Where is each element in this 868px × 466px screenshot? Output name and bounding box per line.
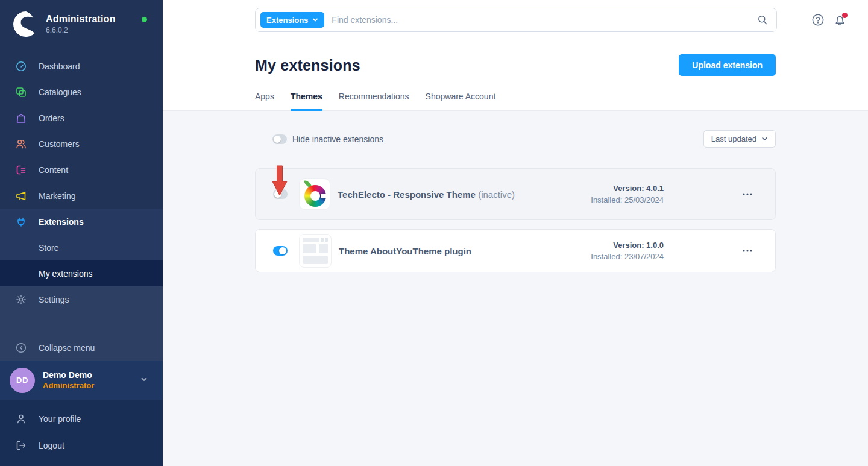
extension-status-text: (inactive) [478,189,515,200]
extension-name-text: Theme AboutYouTheme plugin [339,246,471,256]
extension-activate-toggle[interactable] [273,189,288,199]
context-menu-button[interactable] [739,189,756,199]
sidebar-item-content[interactable]: Content [0,157,163,183]
page-title: My extensions [255,57,360,74]
sidebar-spacer [0,312,163,335]
logo-notch [321,194,328,198]
notification-bell-icon[interactable] [834,14,846,27]
tab-apps[interactable]: Apps [255,92,274,111]
hide-inactive-label: Hide inactive extensions [292,134,383,144]
sidebar: Administration 6.6.0.2 Dashboard Catalog… [0,0,163,466]
help-icon[interactable] [811,13,825,27]
global-search[interactable]: Extensions [255,8,777,32]
sidebar-item-marketing[interactable]: Marketing [0,183,163,209]
sidebar-extensions-group: Extensions Store My extensions [0,209,163,286]
your-profile-button[interactable]: Your profile [0,406,163,432]
page-header: My extensions Upload extension [163,40,868,78]
user-menu[interactable]: DD Demo Demo Administrator [0,361,163,400]
logout-button[interactable]: Logout [0,432,163,459]
placeholder-square [321,238,324,242]
extension-card-aboutyoutheme: Theme AboutYouTheme plugin Version: 1.0.… [255,229,776,272]
sidebar-item-orders[interactable]: Orders [0,105,163,131]
extensions-plug-icon [15,216,27,228]
placeholder-body [303,244,328,253]
extensions-panel: Hide inactive extensions Last updated Te… [163,111,868,466]
ellipsis-icon [743,193,752,195]
techelecto-logo-icon [299,178,330,210]
placeholder-square [325,238,328,242]
sort-dropdown[interactable]: Last updated [703,130,776,148]
gear-icon [15,294,27,306]
context-menu-button[interactable] [739,246,756,256]
extension-card-techelecto: TechElecto - Responsive Theme (inactive)… [255,168,776,220]
extension-installed-date: Installed: 25/03/2024 [591,194,664,206]
sidebar-header: Administration 6.6.0.2 [0,0,163,43]
tab-recommendations[interactable]: Recommendations [339,92,409,111]
sidebar-item-label: Marketing [39,191,75,201]
sidebar-item-label: Customers [39,139,80,149]
sidebar-item-dashboard[interactable]: Dashboard [0,53,163,79]
toggle-knob [279,247,286,254]
sidebar-item-my-extensions[interactable]: My extensions [0,260,163,286]
toggle-knob [274,136,281,143]
sidebar-item-customers[interactable]: Customers [0,131,163,157]
search-icon[interactable] [757,14,768,25]
sidebar-item-store[interactable]: Store [0,235,163,260]
search-scope-chip[interactable]: Extensions [260,12,324,28]
sidebar-subitem-label: Store [39,243,58,253]
app-title: Administration [46,14,116,25]
placeholder-block [319,244,328,253]
avatar: DD [10,368,35,393]
main-area: Extensions My extensions Upload extensio… [163,0,868,466]
sidebar-item-settings[interactable]: Settings [0,286,163,312]
sidebar-subitem-label: My extensions [39,269,92,279]
chevron-down-icon [140,375,148,386]
chevron-down-icon [761,136,768,142]
user-name: Demo Demo [43,370,94,380]
extension-installed-date: Installed: 23/07/2024 [591,251,664,262]
topbar-icons [811,0,846,40]
extension-version: Version: 1.0.0 [591,239,664,251]
theme-placeholder-icon [299,234,332,268]
search-input[interactable] [324,15,757,25]
sidebar-item-label: Extensions [39,217,84,227]
topbar: Extensions [163,0,868,40]
sidebar-lower: Settings Collapse menu [0,286,163,361]
extension-status-suffix: (inactive) [478,189,515,200]
collapse-menu-button[interactable]: Collapse menu [0,335,163,361]
marketing-icon [15,190,27,202]
extension-name: Theme AboutYouTheme plugin [339,246,471,256]
shopware-logo-icon [13,11,39,37]
extension-name-text: TechElecto - Responsive Theme [338,189,476,200]
hide-inactive-toggle[interactable] [272,134,287,144]
dashboard-icon [15,60,27,72]
placeholder-block [303,256,328,264]
sidebar-item-label: Orders [39,113,64,123]
sidebar-item-catalogues[interactable]: Catalogues [0,79,163,105]
logout-label: Logout [39,441,64,450]
extension-activate-toggle[interactable] [273,246,288,256]
tab-shopware-account[interactable]: Shopware Account [426,92,496,111]
tab-themes[interactable]: Themes [291,92,322,111]
ellipsis-icon [743,250,752,252]
customers-icon [15,138,27,150]
app-version: 6.6.0.2 [46,26,116,34]
collapse-menu-label: Collapse menu [39,343,95,353]
sidebar-item-label: Settings [39,295,69,304]
list-controls: Hide inactive extensions Last updated [255,130,776,148]
user-info: Demo Demo Administrator [43,370,94,390]
notification-dot [842,13,848,18]
placeholder-block [303,244,316,253]
collapse-chevron-icon [15,342,27,354]
orders-icon [15,112,27,124]
sidebar-item-extensions[interactable]: Extensions [0,209,163,235]
extension-meta: Version: 1.0.0 Installed: 23/07/2024 [591,239,664,262]
user-role: Administrator [43,381,94,390]
your-profile-label: Your profile [39,414,81,424]
sort-dropdown-label: Last updated [711,134,756,143]
extension-name: TechElecto - Responsive Theme (inactive) [338,189,515,200]
extension-meta: Version: 4.0.1 Installed: 25/03/2024 [591,183,664,206]
online-status-dot [142,17,147,22]
upload-extension-button[interactable]: Upload extension [679,54,776,76]
chevron-down-icon [312,17,318,23]
